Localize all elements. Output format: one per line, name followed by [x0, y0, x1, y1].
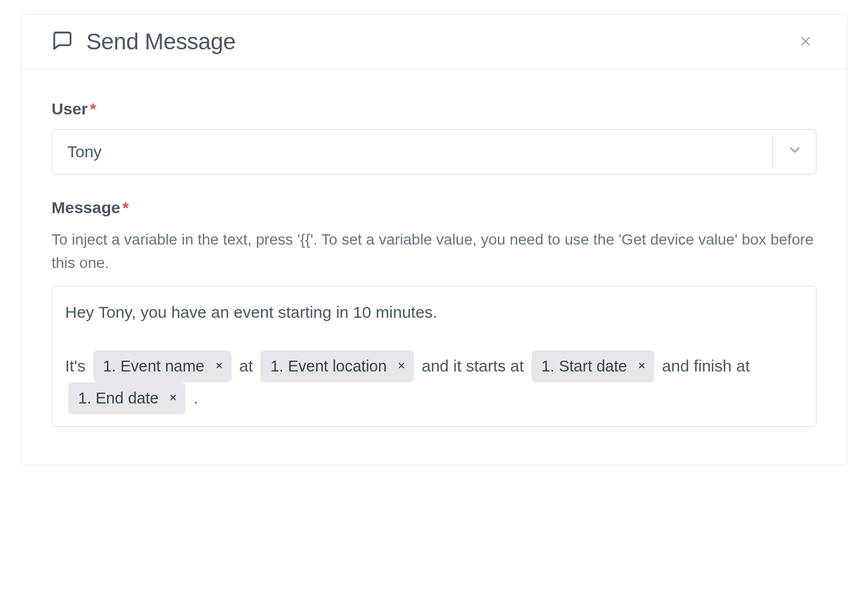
editor-line-1: Hey Tony, you have an event starting in … [65, 298, 803, 327]
user-label: User* [52, 100, 816, 118]
chip-label: 1. End date [78, 385, 158, 412]
message-label-text: Message [52, 198, 120, 216]
title-wrap: Send Message [52, 29, 795, 55]
chip-remove-button[interactable] [397, 361, 406, 372]
message-field: Message* To inject a variable in the tex… [52, 198, 816, 427]
card-header: Send Message [21, 15, 847, 69]
variable-chip-event-name[interactable]: 1. Event name [93, 350, 232, 382]
variable-chip-end-date[interactable]: 1. End date [68, 382, 186, 414]
chip-remove-button[interactable] [214, 361, 224, 372]
page-title: Send Message [86, 29, 235, 55]
chevron-down-icon [787, 142, 803, 162]
editor-text-segment: at [235, 357, 258, 375]
required-mark: * [123, 198, 129, 216]
chip-label: 1. Event location [270, 353, 386, 380]
editor-line-2: It's 1. Event name at 1. Event location … [65, 350, 803, 414]
close-icon [798, 42, 813, 50]
close-icon [168, 393, 178, 404]
chip-remove-button[interactable] [637, 361, 647, 372]
close-icon [397, 361, 406, 372]
send-message-card: Send Message User* Tony Message* [21, 14, 847, 465]
message-helper-text: To inject a variable in the text, press … [52, 228, 816, 275]
variable-chip-start-date[interactable]: 1. Start date [532, 350, 654, 382]
close-icon [637, 361, 647, 372]
message-label: Message* [52, 198, 816, 217]
user-select-value: Tony [67, 143, 101, 161]
chip-remove-button[interactable] [168, 393, 178, 404]
variable-chip-event-location[interactable]: 1. Event location [260, 350, 413, 382]
chip-label: 1. Event name [103, 353, 205, 380]
user-select[interactable]: Tony [52, 129, 816, 175]
card-body: User* Tony Message* To inject a variable… [21, 69, 847, 465]
user-field: User* Tony [52, 100, 816, 175]
required-mark: * [90, 100, 97, 118]
editor-text-segment: . [189, 389, 198, 407]
user-label-text: User [52, 100, 88, 118]
message-icon [52, 30, 73, 54]
close-icon [214, 361, 224, 372]
message-editor[interactable]: Hey Tony, you have an event starting in … [52, 286, 816, 427]
close-button[interactable] [795, 30, 816, 54]
chip-label: 1. Start date [541, 353, 627, 380]
editor-text-segment: and it starts at [417, 357, 528, 375]
editor-text-segment: It's [65, 357, 90, 375]
editor-text-segment: and finish at [658, 357, 750, 375]
select-separator [772, 137, 773, 166]
